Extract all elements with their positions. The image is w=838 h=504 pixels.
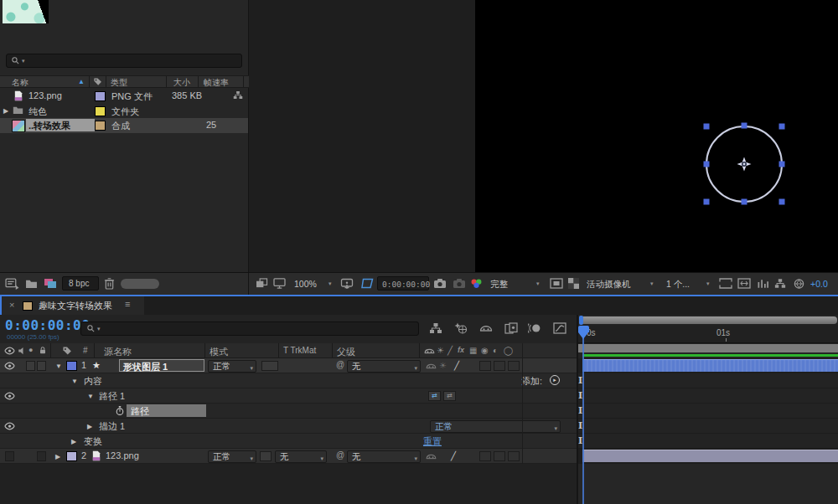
tab-close-icon[interactable]: × — [9, 300, 14, 310]
column-framerate[interactable]: 帧速率 — [204, 77, 229, 89]
stroke-blend-mode-dropdown[interactable]: 正常 ▾ — [430, 420, 561, 433]
column-name[interactable]: 名称 — [12, 77, 28, 89]
layer2-track[interactable] — [578, 449, 838, 464]
column-number[interactable]: # — [83, 346, 88, 355]
timeline-search-box[interactable]: ▾ — [80, 321, 419, 336]
composition-canvas[interactable] — [475, 0, 838, 272]
layer2-lock-well[interactable] — [37, 451, 46, 461]
project-row-png[interactable]: 123.png PNG 文件 385 KB — [0, 89, 249, 103]
layer1-parent-dropdown[interactable]: 无 ▾ — [347, 360, 421, 373]
viewer-timecode-well[interactable]: 0:00:00:00 — [377, 276, 429, 291]
layer1-pickwhip-icon[interactable]: @ — [336, 360, 344, 369]
hide-shy-layers-icon[interactable] — [479, 324, 493, 334]
contents-expand-icon[interactable]: ▼ — [71, 378, 78, 385]
draft-3d-icon[interactable] — [454, 322, 468, 334]
layer1-label-swatch[interactable] — [66, 361, 77, 371]
layer2-trkmat-dropdown[interactable]: 无 ▾ — [275, 450, 327, 463]
transparency-grid-icon[interactable] — [568, 278, 579, 289]
label-swatch-png[interactable] — [95, 91, 106, 101]
fast-previews-shutter-icon[interactable] — [793, 278, 805, 290]
column-source-name[interactable]: 源名称 — [104, 346, 132, 358]
interpret-footage-icon[interactable] — [5, 278, 19, 290]
comp-mini-flowchart-icon[interactable] — [429, 322, 442, 334]
show-snapshot-icon[interactable] — [453, 278, 466, 289]
stroke-row[interactable]: ▶ 描边 1 正常 ▾ — [0, 419, 578, 434]
timeline-tab[interactable]: × 趣味文字转场效果 ≡ — [2, 296, 144, 315]
pixel-aspect-icon[interactable] — [737, 278, 751, 289]
path1-expand-icon[interactable]: ▼ — [87, 393, 94, 400]
label-swatch-folder[interactable] — [95, 106, 106, 116]
layer2-pickwhip-icon[interactable]: @ — [336, 450, 344, 460]
layer1-switch-well[interactable] — [508, 361, 520, 371]
motion-blur-icon[interactable] — [528, 322, 541, 334]
bit-depth-button[interactable]: 8 bpc — [62, 276, 99, 291]
column-parent[interactable]: 父级 — [337, 346, 355, 358]
path1-eye-icon[interactable] — [4, 392, 15, 400]
camera-view-chevron-icon[interactable]: ▾ — [650, 280, 654, 287]
stopwatch-icon[interactable] — [115, 405, 125, 416]
timeline-search-input[interactable] — [106, 323, 411, 336]
project-row-folder[interactable]: ▶ 纯色 文件夹 — [0, 104, 249, 118]
contents-row[interactable]: ▼ 内容 添加: ▸ — [0, 373, 578, 388]
time-navigator-start-handle[interactable] — [579, 316, 583, 325]
resolution-chevron-icon[interactable]: ▾ — [536, 280, 540, 287]
layer1-eye-icon[interactable] — [4, 362, 15, 370]
flowchart-icon[interactable] — [774, 278, 786, 289]
exposure-value[interactable]: +0.0 — [810, 279, 828, 289]
frame-blending-icon[interactable] — [504, 322, 518, 334]
graph-editor-icon[interactable] — [553, 322, 566, 334]
composition-layers-icon[interactable] — [256, 278, 268, 289]
project-row-composition[interactable]: ..转场效果 合成 25 — [0, 118, 248, 133]
layer1-collapse-icon[interactable]: ☀ — [439, 361, 447, 370]
layer1-expand-icon[interactable]: ▼ — [55, 363, 62, 370]
label-column-tag-icon[interactable] — [93, 77, 102, 86]
layer1-track[interactable] — [578, 358, 838, 373]
region-of-interest-icon[interactable] — [360, 278, 374, 289]
column-size[interactable]: 大小 — [173, 77, 190, 89]
playhead-head-triangle[interactable] — [578, 332, 588, 339]
add-property-button[interactable]: ▸ — [550, 375, 560, 385]
layer2-mode-dropdown[interactable]: 正常 ▾ — [208, 450, 256, 463]
camera-view-value[interactable]: 活动摄像机 — [587, 279, 631, 291]
layer1-duration-bar[interactable] — [582, 359, 838, 372]
layer2-eye-well[interactable] — [5, 451, 14, 461]
path-property-row[interactable]: 路径 — [0, 404, 578, 419]
project-search-input[interactable] — [30, 55, 235, 68]
snapshot-camera-icon[interactable] — [433, 278, 447, 289]
path-group-row[interactable]: ▼ 路径 1 ⇄ ⇄ — [0, 388, 578, 404]
composition-name-box[interactable]: ..转场效果 — [26, 119, 95, 131]
layer1-switch-well[interactable] — [494, 361, 505, 371]
tab-menu-icon[interactable]: ≡ — [125, 299, 130, 309]
project-scrollbar-thumb[interactable] — [121, 279, 159, 289]
layer-row-2[interactable]: ▶ 2 123.png 正常 ▾ 无 ▾ @ 无 ▾ ╱ — [0, 449, 578, 464]
shape-selection-overlay[interactable] — [475, 0, 838, 272]
layer2-duration-bar[interactable] — [582, 450, 838, 462]
stroke-eye-icon[interactable] — [4, 422, 15, 430]
column-type[interactable]: 类型 — [111, 77, 127, 89]
view-count-value[interactable]: 1 个... — [666, 279, 690, 291]
layer2-quality-icon[interactable]: ╱ — [451, 451, 456, 460]
layer-row-1[interactable]: ▼ 1 ★ 形状图层 1 正常 ▾ @ 无 ▾ ☀ ╱ — [0, 358, 578, 373]
view-count-chevron-icon[interactable]: ▾ — [706, 280, 710, 287]
expand-triangle-icon[interactable]: ▶ — [3, 107, 8, 115]
column-mode[interactable]: 模式 — [210, 346, 228, 358]
layer1-solo-well[interactable] — [26, 361, 35, 371]
add-label[interactable]: 添加: — [521, 375, 542, 388]
layer1-quality-icon[interactable]: ╱ — [454, 361, 459, 370]
magnification-chevron-icon[interactable]: ▾ — [328, 280, 332, 287]
magnification-value[interactable]: 100% — [294, 279, 317, 289]
monitor-icon[interactable] — [273, 278, 286, 289]
layer2-parent-dropdown[interactable]: 无 ▾ — [347, 450, 421, 463]
sort-ascending-icon[interactable]: ▲ — [78, 78, 85, 85]
view-layout-icon[interactable] — [719, 278, 732, 289]
layer1-shy-icon[interactable] — [426, 363, 437, 371]
current-timecode[interactable]: 0:00:00:00 — [5, 317, 90, 333]
column-trkmat[interactable]: T TrkMat — [283, 346, 316, 355]
playhead-head[interactable] — [578, 326, 589, 332]
layer2-switch-well[interactable] — [508, 451, 520, 461]
timeline-columns-icon[interactable] — [757, 278, 769, 289]
work-area-bar[interactable] — [578, 344, 838, 352]
project-search-box[interactable]: ▾ — [6, 54, 242, 68]
path-property-highlight[interactable]: 路径 — [127, 404, 206, 417]
layer1-switch-well[interactable] — [479, 361, 491, 371]
